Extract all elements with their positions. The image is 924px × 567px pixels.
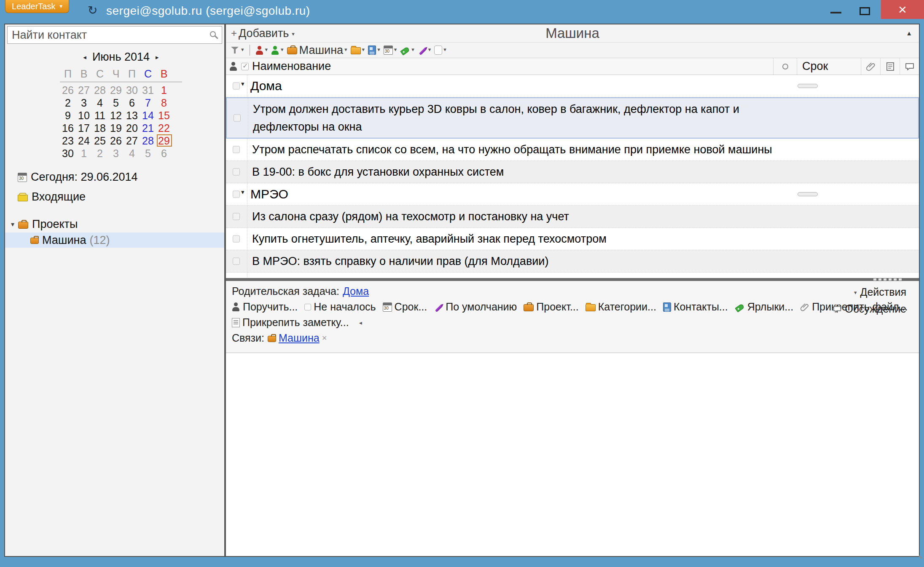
splitter[interactable]: [226, 278, 919, 281]
calendar-day[interactable]: 3: [76, 96, 92, 109]
group-handle-icon[interactable]: [798, 192, 818, 196]
calendar-day[interactable]: 2: [92, 147, 108, 160]
task-checkbox[interactable]: [234, 115, 241, 122]
calendar-day[interactable]: 8: [156, 96, 172, 109]
calendar-day[interactable]: 13: [124, 109, 140, 122]
calendar-day[interactable]: 27: [76, 84, 92, 96]
sidebar-item-today[interactable]: Сегодня: 29.06.2014: [18, 171, 224, 184]
calendar-day[interactable]: 11: [92, 109, 108, 122]
calendar-day[interactable]: 26: [108, 134, 124, 147]
contacts-filter-button[interactable]: [367, 45, 381, 55]
calendar-day[interactable]: 31: [140, 84, 156, 96]
maximize-button[interactable]: [860, 7, 870, 15]
expand-arrow-icon[interactable]: ▾: [11, 220, 14, 228]
search-icon[interactable]: [210, 31, 216, 37]
group-row[interactable]: ▾МРЭО: [226, 183, 919, 206]
categories-button[interactable]: Категории...: [586, 301, 656, 313]
calendar-day[interactable]: 4: [92, 96, 108, 109]
header-checkbox[interactable]: [241, 63, 249, 70]
performer-filter-button[interactable]: [270, 46, 285, 55]
calendar-day[interactable]: 2: [60, 96, 76, 109]
actions-menu-button[interactable]: Действия: [854, 286, 906, 298]
collapse-icon[interactable]: ▾: [241, 80, 244, 88]
status-button[interactable]: Не началось: [304, 301, 376, 313]
calendar-day[interactable]: 7: [140, 96, 156, 109]
calendar-day[interactable]: 24: [76, 134, 92, 147]
discussion-column-header[interactable]: [900, 58, 919, 75]
note-area[interactable]: [226, 353, 919, 556]
task-checkbox[interactable]: [233, 235, 240, 243]
splitter-handle-icon[interactable]: [873, 278, 903, 281]
category-filter-button[interactable]: [349, 46, 366, 54]
due-column-header[interactable]: Срок: [797, 58, 861, 75]
labels-button[interactable]: Ярлыки...: [735, 301, 793, 313]
calendar-day[interactable]: 28: [140, 134, 156, 147]
default-marker-button[interactable]: По умолчанию: [434, 301, 517, 313]
calendar-day[interactable]: 23: [60, 134, 76, 147]
collapse-icon[interactable]: ▾: [241, 188, 244, 196]
minimize-button[interactable]: [830, 12, 841, 13]
close-button[interactable]: ×: [881, 0, 924, 19]
scroll-up-icon[interactable]: ▲: [906, 29, 912, 37]
due-date-button[interactable]: Срок...: [383, 301, 427, 313]
task-checkbox[interactable]: [233, 168, 240, 176]
calendar-day[interactable]: 6: [156, 147, 172, 160]
group-row[interactable]: ▾Дома: [226, 75, 919, 97]
add-task-button[interactable]: + Добавить: [231, 27, 295, 40]
remove-link-icon[interactable]: ×: [322, 333, 327, 343]
labels-filter-button[interactable]: [399, 46, 416, 54]
calendar-day[interactable]: 30: [60, 147, 76, 160]
leadertask-menu-button[interactable]: LeaderTask: [5, 0, 69, 13]
attach-note-button[interactable]: Прикрепить заметку...: [232, 316, 349, 329]
calendar-day[interactable]: 25: [92, 134, 108, 147]
calendar-day[interactable]: 30: [124, 84, 140, 96]
task-checkbox[interactable]: [233, 83, 240, 90]
link-project-mashina[interactable]: Машина: [268, 332, 320, 344]
calendar-day[interactable]: 10: [76, 109, 92, 122]
contacts-button[interactable]: Контакты...: [663, 301, 728, 313]
calendar-day[interactable]: 15: [156, 109, 172, 122]
sidebar-item-projects[interactable]: ▾ Проекты: [11, 218, 224, 231]
project-selector-button[interactable]: Машина: [286, 44, 349, 57]
calendar-day[interactable]: 27: [124, 134, 140, 147]
calendar-day[interactable]: 20: [124, 122, 140, 134]
calendar-day[interactable]: 6: [124, 96, 140, 109]
status-checkbox[interactable]: [304, 304, 311, 310]
list-search-button[interactable]: [773, 58, 797, 75]
calendar-day[interactable]: 29: [108, 84, 124, 96]
sidebar-item-project-mashina[interactable]: Машина (12): [5, 233, 224, 248]
calendar-day[interactable]: 19: [108, 122, 124, 134]
contact-search-input[interactable]: [8, 27, 222, 43]
task-row[interactable]: В 19-00: в бокс для установки охранных с…: [226, 161, 919, 183]
task-checkbox[interactable]: [233, 213, 240, 220]
calendar-day[interactable]: 1: [156, 84, 172, 96]
task-row[interactable]: Утром распечатать список со всем, на что…: [226, 139, 919, 161]
group-row[interactable]: ▾Автосалон: [226, 273, 919, 278]
parent-task-link[interactable]: Дома: [343, 285, 369, 297]
group-handle-icon[interactable]: [798, 84, 818, 88]
task-checkbox[interactable]: [233, 258, 240, 265]
date-filter-button[interactable]: [382, 45, 398, 55]
calendar-day[interactable]: 14: [140, 109, 156, 122]
calendar-day[interactable]: 5: [108, 96, 124, 109]
assign-button[interactable]: Поручить...: [232, 301, 298, 313]
calendar-day[interactable]: 18: [92, 122, 108, 134]
calendar-day[interactable]: 5: [140, 147, 156, 160]
calendar-day[interactable]: 29: [156, 134, 172, 147]
marker-filter-button[interactable]: [416, 46, 432, 54]
task-row[interactable]: Купить огнетушитель, аптечку, аварийный …: [226, 228, 919, 250]
calendar-day[interactable]: 21: [140, 122, 156, 134]
calendar-day[interactable]: 1: [76, 147, 92, 160]
name-column-header[interactable]: Наименование: [226, 60, 773, 73]
calendar-day[interactable]: 22: [156, 122, 172, 134]
discussion-button[interactable]: Обсуждение: [833, 303, 906, 315]
collapse-left-icon[interactable]: ◂: [359, 319, 362, 326]
calendar-day[interactable]: 26: [60, 84, 76, 96]
calendar-day[interactable]: 3: [108, 147, 124, 160]
sync-icon[interactable]: ↻: [88, 3, 97, 17]
calendar-day[interactable]: 28: [92, 84, 108, 96]
project-button[interactable]: Проект...: [524, 301, 578, 313]
calendar-prev-button[interactable]: [81, 53, 89, 61]
calendar-day[interactable]: 16: [60, 122, 76, 134]
filter-button[interactable]: [229, 45, 245, 55]
